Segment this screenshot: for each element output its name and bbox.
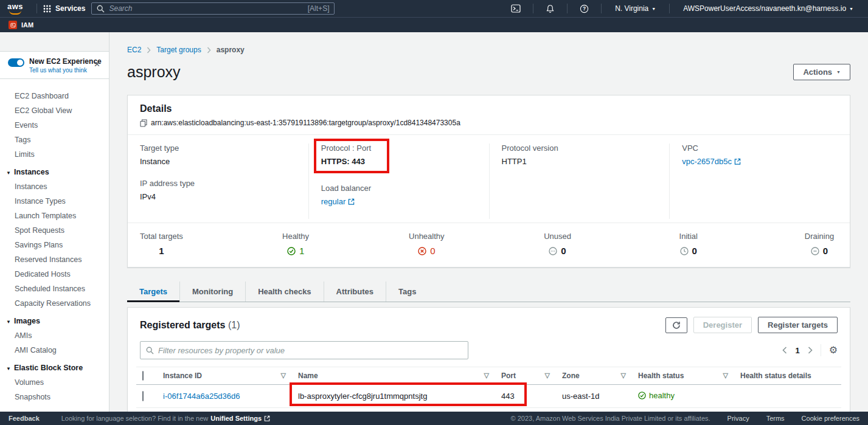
services-label: Services [55, 4, 85, 13]
deregister-button[interactable]: Deregister [693, 317, 752, 333]
sidebar-item-limits[interactable]: Limits [0, 147, 109, 162]
target-type-value: Instance [140, 157, 296, 166]
registered-targets-card: Registered targets (1) Deregister Regist… [127, 307, 850, 412]
instance-id-link[interactable]: i-06f1744a6a25d36d6 [163, 392, 240, 401]
actions-button[interactable]: Actions ▼ [793, 64, 850, 80]
column-health-status-details: Health status details [734, 367, 841, 385]
divider [567, 4, 568, 13]
protocol-version-value: HTTP1 [502, 157, 658, 166]
cookie-preferences-link[interactable]: Cookie preferences [802, 415, 859, 422]
sidebar-item-events[interactable]: Events [0, 118, 109, 133]
sidebar-item-snapshots[interactable]: Snapshots [0, 390, 109, 404]
sort-icon[interactable]: ▽ [281, 371, 286, 379]
aws-logo[interactable]: aws [7, 3, 23, 15]
initial-stat: Initial 0 [670, 232, 707, 256]
sort-icon[interactable]: ▽ [484, 371, 489, 379]
page-number[interactable]: 1 [795, 346, 799, 355]
sidebar-item-volumes[interactable]: Volumes [0, 375, 109, 390]
tab-attributes[interactable]: Attributes [324, 282, 386, 302]
register-targets-button[interactable]: Register targets [758, 317, 838, 333]
vpc-link[interactable]: vpc-2657db5c [682, 157, 741, 166]
breadcrumb-ec2-link[interactable]: EC2 [127, 46, 141, 54]
main-panel: EC2 Target groups asproxy asproxy Action… [109, 32, 868, 412]
global-search[interactable]: [Alt+S] [91, 2, 335, 15]
next-page-button[interactable] [808, 347, 813, 354]
copy-icon[interactable] [140, 119, 147, 127]
chevron-down-icon: ▼ [6, 366, 11, 371]
breadcrumb-target-groups-link[interactable]: Target groups [156, 46, 201, 54]
close-icon[interactable]: ✕ [94, 60, 100, 68]
sidebar-item-instance-types[interactable]: Instance Types [0, 194, 109, 209]
sidebar-item-dedicated-hosts[interactable]: Dedicated Hosts [0, 267, 109, 282]
sidebar-nav: EC2 Dashboard EC2 Global View Events Tag… [0, 79, 109, 412]
row-checkbox[interactable] [142, 391, 144, 401]
filter-box[interactable] [140, 341, 468, 359]
privacy-link[interactable]: Privacy [727, 415, 749, 422]
aws-console-page: aws Services [Alt+S] [0, 0, 868, 425]
tab-monitoring[interactable]: Monitoring [180, 282, 246, 302]
favorites-bar: IAM [0, 17, 868, 32]
target-zone-cell: us-east-1d [556, 385, 632, 408]
table-settings-gear-icon[interactable]: ⚙ [829, 345, 838, 355]
sidebar-section-elastic-block-store[interactable]: ▼Elastic Block Store [0, 358, 109, 375]
sidebar-item-ami-catalog[interactable]: AMI Catalog [0, 343, 109, 358]
chevron-down-icon: ▼ [651, 7, 656, 11]
iam-service-icon [9, 21, 17, 29]
sidebar-item-instances[interactable]: Instances [0, 179, 109, 194]
iam-shortcut[interactable]: IAM [21, 21, 33, 29]
cloudshell-button[interactable] [505, 4, 527, 13]
new-experience-toggle[interactable] [8, 58, 24, 67]
footer: Feedback Looking for language selection?… [0, 412, 868, 425]
refresh-icon [672, 320, 681, 330]
sort-icon[interactable]: ▽ [545, 371, 550, 379]
tab-targets[interactable]: Targets [127, 282, 180, 302]
help-button[interactable]: ? [574, 4, 595, 13]
health-status-badge: healthy [638, 391, 675, 400]
select-all-checkbox[interactable] [142, 371, 144, 381]
sidebar-item-ec2-global-view[interactable]: EC2 Global View [0, 103, 109, 118]
details-heading: Details [140, 103, 838, 114]
sort-icon[interactable]: ▽ [723, 371, 728, 379]
sidebar-item-amis[interactable]: AMIs [0, 328, 109, 343]
account-menu[interactable]: AWSPowerUserAccess/navaneeth.kn@harness.… [676, 4, 861, 13]
sort-icon[interactable]: ▽ [621, 371, 626, 379]
protocol-port-value: HTTPS: 443 [321, 157, 371, 166]
unused-stat: Unused 0 [540, 232, 576, 256]
protocol-version-label: Protocol version [502, 143, 658, 153]
sidebar-item-launch-templates[interactable]: Launch Templates [0, 209, 109, 223]
external-link-icon [348, 198, 355, 205]
services-menu-button[interactable]: Services [43, 4, 85, 13]
topnav-right-group: ? N. Virginia ▼ AWSPowerUserAccess/navan… [505, 4, 861, 13]
divider [36, 4, 37, 13]
tell-us-link[interactable]: Tell us what you think [29, 67, 102, 74]
sidebar-section-images[interactable]: ▼Images [0, 311, 109, 328]
toggle-knob [17, 60, 23, 66]
sidebar-item-tags[interactable]: Tags [0, 133, 109, 147]
details-card: Details arn:aws:elasticloadbalancing:us-… [127, 95, 850, 268]
divider [669, 4, 670, 13]
feedback-link[interactable]: Feedback [9, 415, 40, 422]
sidebar-item-capacity-reservations[interactable]: Capacity Reservations [0, 296, 109, 311]
clock-circle-icon [680, 247, 689, 255]
refresh-button[interactable] [665, 317, 687, 333]
sidebar-item-reserved-instances[interactable]: Reserved Instances [0, 252, 109, 267]
content-area: New EC2 Experience Tell us what you thin… [0, 32, 868, 412]
sidebar-item-savings-plans[interactable]: Savings Plans [0, 238, 109, 252]
sidebar-item-ec2-dashboard[interactable]: EC2 Dashboard [0, 89, 109, 103]
tab-health-checks[interactable]: Health checks [246, 282, 324, 302]
region-selector[interactable]: N. Virginia ▼ [608, 4, 663, 13]
notifications-bell-button[interactable] [540, 4, 561, 13]
search-input[interactable] [109, 4, 303, 13]
load-balancer-link[interactable]: regular [321, 197, 355, 206]
sidebar-spacer [0, 32, 109, 51]
language-hint: Looking for language selection? Find it … [61, 415, 270, 422]
column-name: Name▽ [292, 367, 495, 385]
sidebar-section-instances[interactable]: ▼Instances [0, 162, 109, 179]
terms-link[interactable]: Terms [766, 415, 785, 422]
previous-page-button[interactable] [782, 347, 787, 354]
unified-settings-link[interactable]: Unified Settings [210, 415, 270, 422]
sidebar-item-spot-requests[interactable]: Spot Requests [0, 223, 109, 238]
sidebar-item-scheduled-instances[interactable]: Scheduled Instances [0, 282, 109, 296]
tab-tags[interactable]: Tags [386, 282, 428, 302]
filter-input[interactable] [158, 346, 462, 355]
